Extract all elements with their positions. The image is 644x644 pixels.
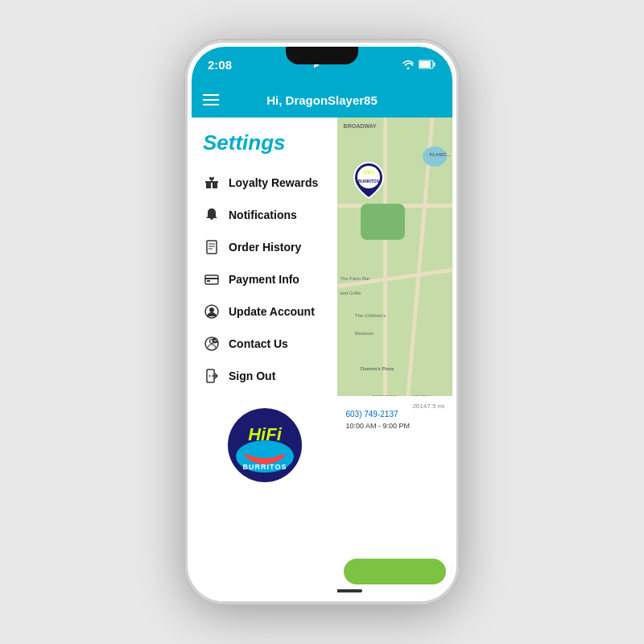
credit-card-icon <box>203 270 221 288</box>
map-park <box>361 204 405 240</box>
main-content: Settings Loyalty Rewards <box>192 118 452 597</box>
map-label-2: FLANIT... <box>429 152 450 157</box>
order-history-label: Order History <box>229 241 301 254</box>
menu-item-loyalty-rewards[interactable]: Loyalty Rewards <box>203 167 326 199</box>
svg-text:BURRITOS: BURRITOS <box>358 179 380 184</box>
svg-point-16 <box>209 308 214 312</box>
notifications-label: Notifications <box>229 208 297 221</box>
battery-icon <box>419 60 436 69</box>
menu-item-notifications[interactable]: Notifications <box>203 199 326 231</box>
svg-rect-5 <box>213 183 217 188</box>
receipt-icon <box>203 238 221 256</box>
loyalty-rewards-label: Loyalty Rewards <box>229 176 318 189</box>
hamburger-menu-button[interactable] <box>203 94 219 105</box>
contact-us-label: Contact Us <box>229 337 288 350</box>
map-label-4: and Grille <box>340 291 361 295</box>
status-bar: 2:08 ► <box>192 47 452 82</box>
phone-number-link[interactable]: 603) 749-2137 <box>345 410 444 419</box>
svg-rect-1 <box>419 61 431 68</box>
svg-text:HiFi: HiFi <box>248 424 282 444</box>
status-icons <box>402 60 436 69</box>
svg-rect-14 <box>207 280 210 282</box>
logo-area: HiFi BURRITOS <box>203 398 326 487</box>
svg-text:BURRITOS: BURRITOS <box>242 463 287 471</box>
contact-icon <box>203 335 221 353</box>
hours-text: 10:00 AM - 9:00 PM <box>345 421 444 431</box>
map-panel: BROADWAY FLANIT... The Farm Bar and Gril… <box>337 118 452 597</box>
menu-item-contact-us[interactable]: Contact Us <box>203 328 326 360</box>
settings-title: Settings <box>203 130 326 155</box>
map-label-1: BROADWAY <box>344 123 377 129</box>
menu-item-order-history[interactable]: Order History <box>203 231 326 263</box>
phone-frame: 2:08 ► <box>185 40 459 604</box>
svg-rect-12 <box>205 275 218 284</box>
menu-item-payment-info[interactable]: Payment Info <box>203 263 326 295</box>
gift-icon <box>203 174 221 192</box>
map-view: BROADWAY FLANIT... The Farm Bar and Gril… <box>337 118 452 406</box>
order-button[interactable] <box>344 559 446 584</box>
hifi-map-pin: HiFi BURRITOS <box>352 161 386 200</box>
update-account-label: Update Account <box>229 305 315 318</box>
svg-text:HiFi: HiFi <box>362 169 374 175</box>
svg-rect-4 <box>206 183 211 188</box>
svg-rect-8 <box>207 241 217 254</box>
hamburger-line-3 <box>203 104 219 105</box>
map-label-3: The Farm Bar <box>340 276 369 281</box>
map-distance: 26147.5 mi <box>345 402 444 410</box>
door-icon <box>203 367 221 385</box>
hamburger-line-1 <box>203 94 219 96</box>
svg-rect-7 <box>213 181 218 183</box>
svg-point-21 <box>209 375 211 377</box>
bell-icon <box>203 206 221 224</box>
payment-info-label: Payment Info <box>229 273 299 286</box>
map-label-6: Museum <box>355 331 374 336</box>
svg-rect-6 <box>205 181 211 183</box>
phone-screen: 2:08 ► <box>192 47 452 597</box>
menu-item-update-account[interactable]: Update Account <box>203 295 326 328</box>
status-time: 2:08 <box>208 58 232 72</box>
map-dominoes-label: Domino's Pizza <box>361 366 394 371</box>
nav-title: Hi, DragonSlayer85 <box>266 93 378 107</box>
person-circle-icon <box>203 303 221 320</box>
map-label-5: The Children's <box>355 313 386 318</box>
svg-point-19 <box>213 338 218 344</box>
wifi-icon <box>402 60 415 69</box>
info-panel: 26147.5 mi 603) 749-2137 10:00 AM - 9:00… <box>337 396 452 597</box>
notch <box>286 47 358 64</box>
sign-out-label: Sign Out <box>229 369 275 382</box>
hifi-burritos-logo: HiFi BURRITOS <box>221 398 309 487</box>
svg-rect-2 <box>433 63 435 67</box>
settings-panel: Settings Loyalty Rewards <box>192 118 337 597</box>
menu-item-sign-out[interactable]: Sign Out <box>203 360 326 392</box>
hamburger-line-2 <box>203 99 219 101</box>
nav-bar: Hi, DragonSlayer85 <box>192 82 452 118</box>
